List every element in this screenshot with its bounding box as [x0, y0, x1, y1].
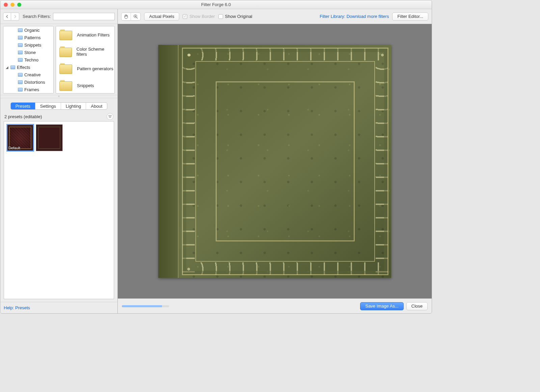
folder-item-label: Snippets	[77, 83, 94, 88]
tree-item-label: Frames	[24, 87, 39, 92]
help-link[interactable]: Help: Presets	[4, 305, 30, 310]
folder-item-animation[interactable]: Animation Filters	[56, 26, 114, 43]
tree-item-stone[interactable]: Stone	[3, 49, 53, 56]
actual-pixels-button[interactable]: Actual Pixels	[144, 12, 179, 21]
search-row: Search Filters:	[0, 9, 117, 24]
folder-icon	[59, 80, 72, 91]
preset-thumb-2[interactable]	[36, 124, 63, 151]
save-image-button[interactable]: Save Image As...	[360, 302, 403, 310]
tree-item-techno[interactable]: Techno	[3, 56, 53, 63]
show-original-checkbox[interactable]: Show Original	[218, 14, 252, 19]
nav-forward-button[interactable]	[11, 12, 19, 21]
zoom-tool-group	[121, 12, 141, 21]
tree-item-misc[interactable]: Misc (1)	[3, 93, 53, 94]
tabs-row: Presets Settings Lighting About	[0, 98, 117, 113]
folder-icon	[59, 29, 72, 40]
hand-icon	[124, 14, 129, 19]
folder-icon	[18, 58, 23, 62]
folder-list[interactable]: Animation Filters Color Scheme filters P…	[56, 26, 115, 94]
app-window: Filter Forge 6.0 Search Filters:	[0, 0, 432, 314]
tree-item-snippets[interactable]: Snippets	[3, 41, 53, 49]
tree-item-label: Patterns	[24, 35, 40, 40]
chevron-left-icon	[6, 15, 8, 18]
folder-icon	[18, 51, 23, 54]
search-label: Search Filters:	[23, 14, 51, 19]
tree-item-patterns[interactable]: Patterns	[3, 34, 53, 41]
preview-toolbar: Actual Pixels ✓ Show Border Show Origina…	[118, 9, 432, 24]
tab-settings[interactable]: Settings	[35, 103, 61, 109]
folder-icon	[59, 46, 72, 57]
filter-library-link[interactable]: Filter Library: Download more filters	[320, 14, 389, 19]
presets-panel: Default	[4, 121, 114, 299]
folder-icon	[18, 80, 23, 84]
tree-item-organic[interactable]: Organic	[3, 26, 53, 34]
folder-item-color-scheme[interactable]: Color Scheme filters	[56, 43, 114, 60]
tree-item-label: Distortions	[24, 80, 45, 85]
preset-preview	[38, 127, 60, 149]
folder-icon	[18, 88, 23, 92]
presets-count-label: 2 presets (editable)	[4, 114, 42, 119]
preview-viewport[interactable]	[118, 24, 432, 298]
checkbox-icon	[218, 14, 223, 19]
folder-item-snippets[interactable]: Snippets	[56, 77, 114, 94]
category-tree[interactable]: Organic Patterns Snippets Stone Techno ◢…	[3, 26, 54, 94]
folder-icon	[18, 28, 23, 32]
history-nav	[3, 12, 19, 21]
sidebar: Search Filters: Organic Patterns Snippet…	[0, 9, 118, 313]
help-row: Help: Presets	[0, 302, 117, 313]
folder-item-label: Pattern generators	[77, 66, 113, 71]
tab-presets[interactable]: Presets	[11, 103, 35, 109]
checkbox-label: Show Border	[189, 14, 215, 19]
preview-image	[158, 45, 391, 278]
checkbox-icon: ✓	[183, 14, 187, 19]
chevron-right-icon	[14, 15, 17, 18]
filter-editor-button[interactable]: Filter Editor...	[392, 12, 428, 21]
bottom-bar: Save Image As... Close	[118, 298, 432, 313]
horizontal-splitter[interactable]	[0, 95, 117, 98]
folder-icon	[18, 43, 23, 47]
tree-item-label: Stone	[24, 50, 36, 55]
grip-icon	[54, 96, 64, 97]
tab-lighting[interactable]: Lighting	[61, 103, 86, 109]
tree-item-label: Creative	[24, 72, 40, 77]
folder-icon	[18, 73, 23, 77]
folder-item-label: Color Scheme filters	[77, 47, 114, 57]
tree-item-distortions[interactable]: Distortions	[3, 78, 53, 86]
tab-about[interactable]: About	[86, 103, 107, 109]
window-title: Filter Forge 6.0	[0, 2, 432, 7]
checkbox-label: Show Original	[225, 14, 252, 19]
render-progress	[122, 305, 169, 307]
titlebar: Filter Forge 6.0	[0, 0, 432, 9]
preview-column: Actual Pixels ✓ Show Border Show Origina…	[118, 9, 432, 313]
preset-label: Default	[8, 146, 20, 150]
sort-icon	[108, 114, 112, 119]
tree-item-label: Effects	[17, 65, 30, 70]
folder-item-label: Animation Filters	[77, 32, 110, 37]
tree-item-effects[interactable]: ◢Effects	[3, 63, 53, 71]
folder-icon	[59, 63, 72, 74]
close-button[interactable]: Close	[406, 302, 428, 310]
folder-icon	[18, 36, 23, 40]
preset-thumb-default[interactable]: Default	[7, 124, 34, 151]
progress-fill	[122, 305, 162, 307]
tree-item-creative[interactable]: Creative	[3, 71, 53, 78]
search-input[interactable]	[53, 13, 115, 20]
tree-item-label: Techno	[24, 57, 38, 62]
nav-back-button[interactable]	[3, 12, 11, 21]
folder-icon	[10, 66, 15, 69]
pan-tool-button[interactable]	[122, 13, 131, 20]
zoom-tool-button[interactable]	[131, 13, 140, 20]
magnifier-plus-icon	[133, 14, 138, 19]
tree-item-label: Organic	[24, 28, 40, 33]
caret-down-icon: ◢	[5, 66, 9, 69]
tree-item-label: Snippets	[24, 43, 42, 48]
show-border-checkbox: ✓ Show Border	[183, 14, 215, 19]
tree-item-frames[interactable]: Frames	[3, 86, 53, 93]
folder-item-pattern-gen[interactable]: Pattern generators	[56, 60, 114, 77]
presets-sort-button[interactable]	[107, 113, 113, 120]
tab-bar: Presets Settings Lighting About	[10, 102, 108, 110]
